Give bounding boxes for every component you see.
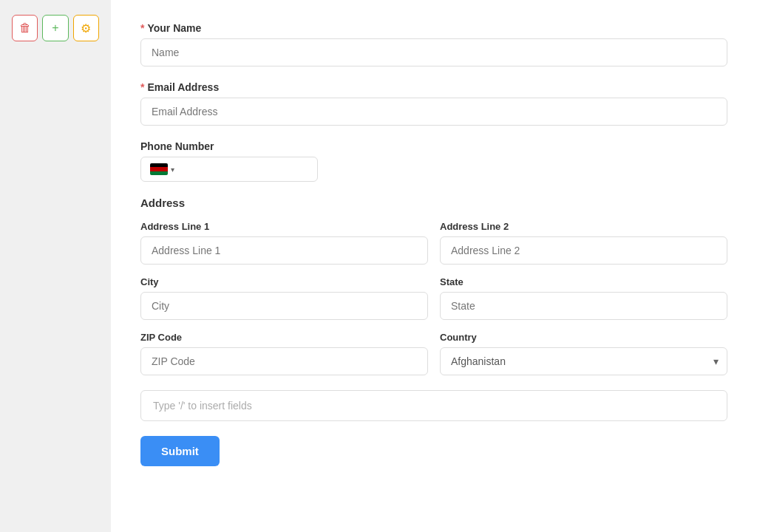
zip-input[interactable] <box>140 347 428 375</box>
your-name-label-text: Your Name <box>147 22 201 34</box>
your-name-input[interactable] <box>140 38 727 66</box>
phone-group: Phone Number ▾ <box>140 140 727 182</box>
country-select[interactable]: Afghanistan Albania Algeria United State… <box>440 347 727 375</box>
form-container: * Your Name * Email Address Phone Number… <box>111 0 757 532</box>
zip-country-row: ZIP Code Country Afghanistan Albania Alg… <box>140 332 727 375</box>
phone-input-wrapper[interactable]: ▾ <box>140 157 318 182</box>
phone-country-selector[interactable]: ▾ <box>150 163 174 175</box>
add-button[interactable]: + <box>42 15 68 41</box>
address-line2-label: Address Line 2 <box>440 221 727 232</box>
address-line2-group: Address Line 2 <box>440 221 727 265</box>
email-label-text: Email Address <box>147 81 219 93</box>
email-group: * Email Address <box>140 81 727 126</box>
state-input[interactable] <box>440 292 727 320</box>
state-label: State <box>440 276 727 287</box>
zip-label: ZIP Code <box>140 332 428 343</box>
city-input[interactable] <box>140 292 428 320</box>
city-state-row: City State <box>140 276 727 320</box>
country-group: Country Afghanistan Albania Algeria Unit… <box>440 332 727 375</box>
phone-label: Phone Number <box>140 140 727 152</box>
city-label: City <box>140 276 428 287</box>
sidebar: 🗑 + ⚙ <box>0 0 111 532</box>
address-line1-group: Address Line 1 <box>140 221 428 265</box>
settings-button[interactable]: ⚙ <box>73 15 99 41</box>
afghanistan-flag-icon <box>150 163 168 175</box>
address-section: Address Address Line 1 Address Line 2 Ci… <box>140 197 727 375</box>
submit-button[interactable]: Submit <box>140 436 220 466</box>
your-name-group: * Your Name <box>140 22 727 66</box>
phone-label-text: Phone Number <box>140 140 214 152</box>
address-line1-label: Address Line 1 <box>140 221 428 232</box>
required-star-name: * <box>140 22 144 34</box>
country-label: Country <box>440 332 727 343</box>
address-line2-input[interactable] <box>440 236 727 265</box>
email-input[interactable] <box>140 98 727 126</box>
email-label: * Email Address <box>140 81 727 93</box>
address-lines-row: Address Line 1 Address Line 2 <box>140 221 727 265</box>
delete-button[interactable]: 🗑 <box>12 15 38 41</box>
zip-group: ZIP Code <box>140 332 428 375</box>
your-name-label: * Your Name <box>140 22 727 34</box>
address-section-title: Address <box>140 197 727 209</box>
insert-fields-hint[interactable]: Type '/' to insert fields <box>140 390 727 421</box>
country-select-wrapper: Afghanistan Albania Algeria United State… <box>440 347 727 375</box>
address-line1-input[interactable] <box>140 236 428 265</box>
city-group: City <box>140 276 428 320</box>
flag-dropdown-arrow: ▾ <box>171 166 174 174</box>
required-star-email: * <box>140 81 144 93</box>
state-group: State <box>440 276 727 320</box>
